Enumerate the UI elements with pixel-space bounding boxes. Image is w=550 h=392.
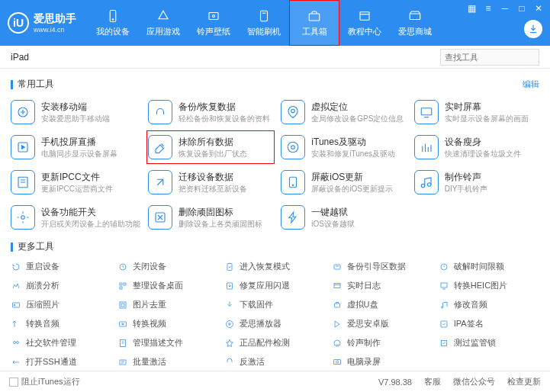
more-tool-item[interactable]: 重启设备 xyxy=(11,259,111,274)
logo-url: www.i4.cn xyxy=(34,26,76,34)
more-tool-item[interactable]: 反激活 xyxy=(224,355,325,366)
tool-item[interactable]: 设备功能开关开启或关闭设备上的辅助功能 xyxy=(11,202,140,233)
tool-title: 屏蔽iOS更新 xyxy=(311,171,393,184)
more-tool-item[interactable]: 测过监管锁 xyxy=(439,336,539,350)
more-tool-item[interactable]: 铃声制作 xyxy=(332,336,433,350)
menu-icon[interactable]: ▦ xyxy=(466,3,477,14)
more-tool-item[interactable]: 转换音频 xyxy=(11,316,111,331)
tool-icon xyxy=(439,281,449,291)
nav-6[interactable]: 爱思商城 xyxy=(390,0,440,46)
more-tool-item[interactable]: IPA签名 xyxy=(439,316,539,331)
svg-point-17 xyxy=(293,185,294,186)
settings-icon[interactable]: ≡ xyxy=(483,3,494,14)
svg-point-39 xyxy=(227,320,233,327)
footer-support[interactable]: 客服 xyxy=(424,376,441,387)
tool-desc: 开启或关闭设备上的辅助功能 xyxy=(41,219,140,230)
footer-update[interactable]: 检查更新 xyxy=(507,376,541,387)
tool-label: 关闭设备 xyxy=(133,261,166,272)
more-tool-item[interactable]: 关闭设备 xyxy=(117,259,218,274)
tool-title: 更新IPCC文件 xyxy=(41,171,113,184)
nav-label: 应用游戏 xyxy=(146,26,180,37)
nav-4[interactable]: 工具箱 xyxy=(289,0,339,46)
block-itunes-checkbox[interactable]: 阻止iTunes运行 xyxy=(9,376,80,387)
nav-3[interactable]: 智能刷机 xyxy=(239,0,289,46)
more-tool-item[interactable]: 正品配件检测 xyxy=(224,336,325,350)
tool-icon xyxy=(11,338,21,349)
more-tool-item[interactable]: 批量激活 xyxy=(117,355,218,366)
nav-5[interactable]: 教程中心 xyxy=(339,0,390,46)
tool-icon xyxy=(332,357,343,367)
edit-button[interactable]: 编辑 xyxy=(523,79,539,90)
more-tool-item[interactable]: 压缩照片 xyxy=(11,297,111,312)
svg-rect-38 xyxy=(120,322,127,326)
tool-icon xyxy=(224,262,235,272)
more-tool-item[interactable]: 下载固件 xyxy=(224,297,325,312)
tool-label: 转换HEIC图片 xyxy=(454,280,507,291)
more-tool-item[interactable]: 图片去重 xyxy=(117,297,218,312)
more-tool-item[interactable]: 社交软件管理 xyxy=(11,336,111,350)
svg-point-33 xyxy=(14,304,15,306)
tool-label: 铃声制作 xyxy=(347,337,381,349)
tool-item[interactable]: 迁移设备数据把资料迁移至新设备 xyxy=(148,167,273,198)
more-tool-item[interactable]: 修改音频 xyxy=(439,297,539,312)
more-tool-item[interactable]: 虚拟U盘 xyxy=(332,297,433,312)
tool-item[interactable]: 安装移动端安装爱思助手移动端 xyxy=(11,97,140,127)
more-tool-item[interactable]: 爱思播放器 xyxy=(224,316,325,331)
tool-label: 爱思播放器 xyxy=(240,318,281,329)
nav-0[interactable]: 我的设备 xyxy=(88,0,138,46)
more-tool-item[interactable]: 电脑录屏 xyxy=(332,355,433,366)
footer-wechat[interactable]: 微信公众号 xyxy=(453,376,495,387)
maximize-icon[interactable]: □ xyxy=(516,3,527,14)
tool-item[interactable]: iTunes及驱动安装和修复iTunes及驱动 xyxy=(281,132,406,162)
app-logo[interactable]: iU 爱思助手 www.i4.cn xyxy=(8,12,76,34)
tool-title: 一键越狱 xyxy=(311,206,355,219)
tool-item[interactable]: 手机投屏直播电脑同步显示设备屏幕 xyxy=(11,132,140,162)
tool-icon xyxy=(11,170,35,194)
more-tool-item[interactable]: 转换视频 xyxy=(117,316,218,331)
close-icon[interactable]: ✕ xyxy=(533,3,544,14)
tool-item[interactable]: 更新IPCC文件更新IPCC运营商文件 xyxy=(11,167,140,198)
svg-rect-26 xyxy=(120,283,122,285)
tool-icon xyxy=(332,319,343,329)
tool-item[interactable]: 备份/恢复数据轻松备份和恢复设备的资料 xyxy=(148,97,273,127)
tool-icon xyxy=(332,262,343,272)
more-tool-item[interactable]: 整理设备桌面 xyxy=(117,278,218,293)
more-tool-item[interactable]: 爱思安卓版 xyxy=(332,316,433,331)
tool-title: 安装移动端 xyxy=(41,101,110,114)
tool-icon xyxy=(11,100,35,124)
nav-1[interactable]: 应用游戏 xyxy=(138,0,188,46)
minimize-icon[interactable]: ─ xyxy=(500,3,510,14)
tool-item[interactable]: 抹除所有数据恢复设备到出厂状态 xyxy=(148,132,273,162)
more-tool-item[interactable]: 实时日志 xyxy=(332,278,433,293)
svg-point-44 xyxy=(334,340,340,346)
common-tools-grid: 安装移动端安装爱思助手移动端备份/恢复数据轻松备份和恢复设备的资料虚拟定位全局修… xyxy=(11,97,539,233)
more-tool-item[interactable]: 管理描述文件 xyxy=(117,336,218,350)
search-box[interactable] xyxy=(440,49,539,66)
device-tab[interactable]: iPad xyxy=(11,52,29,63)
more-tool-item[interactable]: 转换HEIC图片 xyxy=(439,278,539,293)
nav-2[interactable]: 铃声壁纸 xyxy=(188,0,239,46)
svg-point-1 xyxy=(112,19,114,21)
more-tool-item[interactable]: 修复应用闪退 xyxy=(224,278,325,293)
svg-rect-35 xyxy=(121,304,124,307)
tool-item[interactable]: 一键越狱iOS设备越狱 xyxy=(281,202,406,233)
tool-item[interactable]: 实时屏幕实时显示设备屏幕的画面 xyxy=(414,97,539,127)
tool-item[interactable]: 屏蔽iOS更新屏蔽设备的iOS更新提示 xyxy=(281,167,406,198)
more-tool-item[interactable]: 打开SSH通道 xyxy=(11,355,111,366)
tool-item[interactable]: 制作铃声DIY手机铃声 xyxy=(414,167,539,198)
checkbox-icon xyxy=(9,378,18,387)
tool-desc: 安装爱思助手移动端 xyxy=(41,114,110,124)
tool-item[interactable]: 设备瘦身快速清理设备垃圾文件 xyxy=(414,132,539,162)
section-common-header: 常用工具 编辑 xyxy=(11,78,539,91)
tool-item[interactable]: 删除顽固图标删除设备上各类顽固图标 xyxy=(148,202,273,233)
tool-label: 管理描述文件 xyxy=(133,337,183,349)
download-button[interactable] xyxy=(524,20,542,38)
more-tool-item[interactable]: 崩溃分析 xyxy=(11,278,111,293)
tool-title: 制作铃声 xyxy=(445,171,488,184)
tool-item[interactable]: 虚拟定位全局修改设备GPS定位信息 xyxy=(281,97,406,127)
more-tool-item[interactable]: 破解时间限额 xyxy=(439,259,539,274)
more-tool-item[interactable]: 备份引导区数据 xyxy=(332,259,433,274)
main-nav: 我的设备应用游戏铃声壁纸智能刷机工具箱教程中心爱思商城 xyxy=(88,0,440,46)
more-tool-item[interactable]: 进入恢复模式 xyxy=(224,259,325,274)
search-input[interactable] xyxy=(445,53,550,62)
